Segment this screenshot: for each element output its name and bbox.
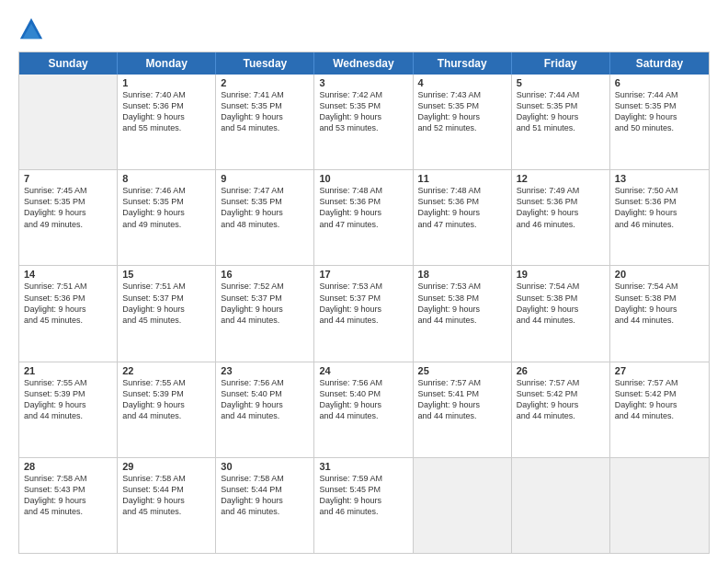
cell-text: Sunrise: 7:51 AMSunset: 5:37 PMDaylight:…	[122, 281, 210, 326]
cell-text: Sunrise: 7:55 AMSunset: 5:39 PMDaylight:…	[24, 377, 112, 422]
cell-text: Sunrise: 7:58 AMSunset: 5:43 PMDaylight:…	[24, 473, 112, 518]
calendar-cell: 14Sunrise: 7:51 AMSunset: 5:36 PMDayligh…	[19, 266, 118, 361]
day-number: 25	[418, 365, 506, 376]
calendar-header-cell: Friday	[512, 52, 610, 75]
cell-text: Sunrise: 7:59 AMSunset: 5:45 PMDaylight:…	[319, 473, 407, 518]
day-number: 1	[122, 77, 210, 88]
cell-text: Sunrise: 7:56 AMSunset: 5:40 PMDaylight:…	[319, 377, 407, 422]
cell-text: Sunrise: 7:56 AMSunset: 5:40 PMDaylight:…	[221, 377, 309, 422]
calendar-cell	[414, 458, 512, 553]
calendar-header-cell: Wednesday	[314, 52, 413, 75]
day-number: 11	[418, 173, 506, 184]
day-number: 4	[418, 77, 506, 88]
day-number: 22	[122, 365, 210, 376]
day-number: 30	[221, 461, 309, 472]
cell-text: Sunrise: 7:57 AMSunset: 5:42 PMDaylight:…	[615, 377, 704, 422]
day-number: 10	[319, 173, 407, 184]
calendar-cell: 19Sunrise: 7:54 AMSunset: 5:38 PMDayligh…	[512, 266, 610, 361]
calendar-cell: 4Sunrise: 7:43 AMSunset: 5:35 PMDaylight…	[414, 75, 512, 169]
day-number: 28	[24, 461, 112, 472]
day-number: 5	[517, 77, 605, 88]
calendar-cell: 8Sunrise: 7:46 AMSunset: 5:35 PMDaylight…	[118, 170, 216, 265]
day-number: 24	[319, 365, 407, 376]
logo-icon	[18, 17, 44, 42]
calendar-cell: 28Sunrise: 7:58 AMSunset: 5:43 PMDayligh…	[19, 458, 118, 553]
day-number: 6	[615, 77, 704, 88]
day-number: 16	[221, 269, 309, 280]
calendar-cell	[610, 458, 709, 553]
day-number: 8	[122, 173, 210, 184]
header	[18, 17, 710, 42]
day-number: 19	[517, 269, 605, 280]
calendar-cell: 23Sunrise: 7:56 AMSunset: 5:40 PMDayligh…	[216, 362, 314, 457]
day-number: 9	[221, 173, 309, 184]
calendar-cell: 30Sunrise: 7:58 AMSunset: 5:44 PMDayligh…	[216, 458, 314, 553]
day-number: 13	[615, 173, 704, 184]
calendar-cell: 29Sunrise: 7:58 AMSunset: 5:44 PMDayligh…	[118, 458, 216, 553]
calendar-cell: 15Sunrise: 7:51 AMSunset: 5:37 PMDayligh…	[118, 266, 216, 361]
calendar-header-cell: Sunday	[19, 52, 118, 75]
day-number: 2	[221, 77, 309, 88]
day-number: 3	[319, 77, 407, 88]
calendar-cell: 16Sunrise: 7:52 AMSunset: 5:37 PMDayligh…	[216, 266, 314, 361]
calendar-cell: 11Sunrise: 7:48 AMSunset: 5:36 PMDayligh…	[414, 170, 512, 265]
calendar-row: 14Sunrise: 7:51 AMSunset: 5:36 PMDayligh…	[19, 266, 709, 362]
calendar-cell: 26Sunrise: 7:57 AMSunset: 5:42 PMDayligh…	[512, 362, 610, 457]
day-number: 17	[319, 269, 407, 280]
cell-text: Sunrise: 7:51 AMSunset: 5:36 PMDaylight:…	[24, 281, 112, 326]
cell-text: Sunrise: 7:57 AMSunset: 5:41 PMDaylight:…	[418, 377, 506, 422]
day-number: 29	[122, 461, 210, 472]
day-number: 15	[122, 269, 210, 280]
cell-text: Sunrise: 7:40 AMSunset: 5:36 PMDaylight:…	[122, 89, 210, 134]
cell-text: Sunrise: 7:45 AMSunset: 5:35 PMDaylight:…	[24, 185, 112, 230]
calendar-cell: 24Sunrise: 7:56 AMSunset: 5:40 PMDayligh…	[314, 362, 413, 457]
day-number: 21	[24, 365, 112, 376]
calendar-row: 28Sunrise: 7:58 AMSunset: 5:43 PMDayligh…	[19, 458, 709, 553]
calendar-row: 7Sunrise: 7:45 AMSunset: 5:35 PMDaylight…	[19, 170, 709, 266]
cell-text: Sunrise: 7:46 AMSunset: 5:35 PMDaylight:…	[122, 185, 210, 230]
calendar: SundayMondayTuesdayWednesdayThursdayFrid…	[18, 52, 710, 554]
calendar-cell	[19, 75, 118, 169]
calendar-cell: 2Sunrise: 7:41 AMSunset: 5:35 PMDaylight…	[216, 75, 314, 169]
calendar-cell: 1Sunrise: 7:40 AMSunset: 5:36 PMDaylight…	[118, 75, 216, 169]
day-number: 20	[615, 269, 704, 280]
calendar-cell: 18Sunrise: 7:53 AMSunset: 5:38 PMDayligh…	[414, 266, 512, 361]
day-number: 31	[319, 461, 407, 472]
cell-text: Sunrise: 7:44 AMSunset: 5:35 PMDaylight:…	[517, 89, 605, 134]
calendar-cell: 9Sunrise: 7:47 AMSunset: 5:35 PMDaylight…	[216, 170, 314, 265]
cell-text: Sunrise: 7:58 AMSunset: 5:44 PMDaylight:…	[122, 473, 210, 518]
cell-text: Sunrise: 7:48 AMSunset: 5:36 PMDaylight:…	[319, 185, 407, 230]
cell-text: Sunrise: 7:58 AMSunset: 5:44 PMDaylight:…	[221, 473, 309, 518]
calendar-cell: 21Sunrise: 7:55 AMSunset: 5:39 PMDayligh…	[19, 362, 118, 457]
calendar-cell: 17Sunrise: 7:53 AMSunset: 5:37 PMDayligh…	[314, 266, 413, 361]
cell-text: Sunrise: 7:55 AMSunset: 5:39 PMDaylight:…	[122, 377, 210, 422]
day-number: 23	[221, 365, 309, 376]
calendar-cell: 7Sunrise: 7:45 AMSunset: 5:35 PMDaylight…	[19, 170, 118, 265]
day-number: 12	[517, 173, 605, 184]
cell-text: Sunrise: 7:43 AMSunset: 5:35 PMDaylight:…	[418, 89, 506, 134]
day-number: 18	[418, 269, 506, 280]
cell-text: Sunrise: 7:54 AMSunset: 5:38 PMDaylight:…	[517, 281, 605, 326]
calendar-cell: 3Sunrise: 7:42 AMSunset: 5:35 PMDaylight…	[314, 75, 413, 169]
calendar-header-row: SundayMondayTuesdayWednesdayThursdayFrid…	[19, 52, 709, 75]
cell-text: Sunrise: 7:53 AMSunset: 5:37 PMDaylight:…	[319, 281, 407, 326]
calendar-header-cell: Monday	[118, 52, 216, 75]
logo	[18, 17, 48, 42]
cell-text: Sunrise: 7:52 AMSunset: 5:37 PMDaylight:…	[221, 281, 309, 326]
calendar-cell: 22Sunrise: 7:55 AMSunset: 5:39 PMDayligh…	[118, 362, 216, 457]
calendar-row: 21Sunrise: 7:55 AMSunset: 5:39 PMDayligh…	[19, 362, 709, 458]
calendar-cell: 12Sunrise: 7:49 AMSunset: 5:36 PMDayligh…	[512, 170, 610, 265]
day-number: 27	[615, 365, 704, 376]
calendar-cell: 27Sunrise: 7:57 AMSunset: 5:42 PMDayligh…	[610, 362, 709, 457]
calendar-cell: 5Sunrise: 7:44 AMSunset: 5:35 PMDaylight…	[512, 75, 610, 169]
calendar-row: 1Sunrise: 7:40 AMSunset: 5:36 PMDaylight…	[19, 75, 709, 170]
calendar-header-cell: Tuesday	[216, 52, 314, 75]
calendar-cell: 20Sunrise: 7:54 AMSunset: 5:38 PMDayligh…	[610, 266, 709, 361]
calendar-cell: 10Sunrise: 7:48 AMSunset: 5:36 PMDayligh…	[314, 170, 413, 265]
cell-text: Sunrise: 7:53 AMSunset: 5:38 PMDaylight:…	[418, 281, 506, 326]
calendar-cell: 31Sunrise: 7:59 AMSunset: 5:45 PMDayligh…	[314, 458, 413, 553]
calendar-cell: 25Sunrise: 7:57 AMSunset: 5:41 PMDayligh…	[414, 362, 512, 457]
day-number: 14	[24, 269, 112, 280]
cell-text: Sunrise: 7:50 AMSunset: 5:36 PMDaylight:…	[615, 185, 704, 230]
cell-text: Sunrise: 7:54 AMSunset: 5:38 PMDaylight:…	[615, 281, 704, 326]
